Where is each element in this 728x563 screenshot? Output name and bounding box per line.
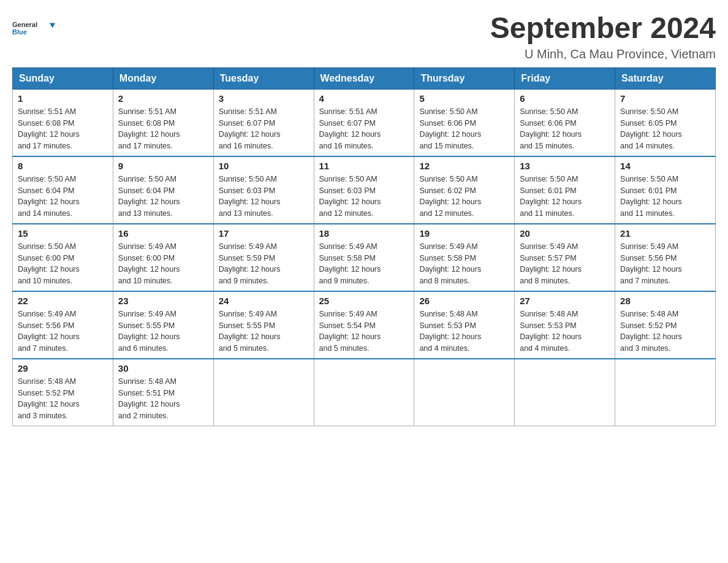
day-info: Sunrise: 5:49 AMSunset: 5:55 PMDaylight:… (219, 308, 309, 354)
header-row: Sunday Monday Tuesday Wednesday Thursday… (13, 67, 716, 89)
day-number: 26 (419, 296, 509, 306)
day-number: 24 (219, 296, 309, 306)
day-number: 19 (419, 228, 509, 239)
calendar-cell (213, 359, 314, 426)
calendar-cell: 9 Sunrise: 5:50 AMSunset: 6:04 PMDayligh… (113, 156, 213, 224)
calendar-cell: 21 Sunrise: 5:49 AMSunset: 5:56 PMDaylig… (615, 224, 716, 291)
calendar-cell (314, 359, 414, 426)
calendar-cell: 3 Sunrise: 5:51 AMSunset: 6:07 PMDayligh… (213, 89, 314, 156)
calendar-cell: 15 Sunrise: 5:50 AMSunset: 6:00 PMDaylig… (13, 224, 113, 291)
day-info: Sunrise: 5:49 AMSunset: 5:58 PMDaylight:… (319, 241, 409, 287)
day-number: 5 (419, 93, 509, 104)
calendar-cell: 22 Sunrise: 5:49 AMSunset: 5:56 PMDaylig… (13, 291, 113, 359)
day-number: 3 (219, 93, 309, 104)
day-info: Sunrise: 5:48 AMSunset: 5:51 PMDaylight:… (118, 376, 208, 422)
col-wednesday: Wednesday (314, 67, 414, 89)
day-number: 10 (219, 161, 309, 171)
day-info: Sunrise: 5:50 AMSunset: 6:04 PMDaylight:… (118, 174, 208, 220)
calendar-cell (615, 359, 716, 426)
col-sunday: Sunday (13, 67, 113, 89)
col-saturday: Saturday (615, 67, 716, 89)
day-number: 15 (18, 228, 108, 239)
svg-marker-1 (50, 23, 55, 28)
calendar-cell (515, 359, 615, 426)
calendar-cell: 5 Sunrise: 5:50 AMSunset: 6:06 PMDayligh… (414, 89, 515, 156)
day-info: Sunrise: 5:48 AMSunset: 5:53 PMDaylight:… (520, 308, 610, 354)
calendar-cell: 2 Sunrise: 5:51 AMSunset: 6:08 PMDayligh… (113, 89, 213, 156)
day-number: 22 (18, 296, 108, 306)
day-number: 16 (118, 228, 208, 239)
day-info: Sunrise: 5:49 AMSunset: 5:56 PMDaylight:… (620, 241, 710, 287)
day-info: Sunrise: 5:50 AMSunset: 6:06 PMDaylight:… (419, 106, 509, 152)
day-info: Sunrise: 5:50 AMSunset: 6:04 PMDaylight:… (18, 174, 108, 220)
calendar-cell: 8 Sunrise: 5:50 AMSunset: 6:04 PMDayligh… (13, 156, 113, 224)
day-number: 29 (18, 363, 108, 373)
calendar-week-1: 1 Sunrise: 5:51 AMSunset: 6:08 PMDayligh… (13, 89, 716, 156)
day-number: 25 (319, 296, 409, 306)
day-info: Sunrise: 5:49 AMSunset: 5:54 PMDaylight:… (319, 308, 409, 354)
svg-text:General: General (12, 21, 37, 28)
day-number: 14 (620, 161, 710, 171)
day-info: Sunrise: 5:51 AMSunset: 6:07 PMDaylight:… (319, 106, 409, 152)
day-number: 17 (219, 228, 309, 239)
day-info: Sunrise: 5:50 AMSunset: 6:05 PMDaylight:… (620, 106, 710, 152)
day-info: Sunrise: 5:49 AMSunset: 5:57 PMDaylight:… (520, 241, 610, 287)
calendar-cell: 24 Sunrise: 5:49 AMSunset: 5:55 PMDaylig… (213, 291, 314, 359)
day-info: Sunrise: 5:51 AMSunset: 6:08 PMDaylight:… (118, 106, 208, 152)
calendar-header: Sunday Monday Tuesday Wednesday Thursday… (13, 67, 716, 89)
day-number: 20 (520, 228, 610, 239)
calendar-cell: 25 Sunrise: 5:49 AMSunset: 5:54 PMDaylig… (314, 291, 414, 359)
calendar-cell (414, 359, 515, 426)
calendar-title: September 2024 (490, 12, 716, 45)
calendar-cell: 7 Sunrise: 5:50 AMSunset: 6:05 PMDayligh… (615, 89, 716, 156)
day-info: Sunrise: 5:49 AMSunset: 5:56 PMDaylight:… (18, 308, 108, 354)
day-number: 28 (620, 296, 710, 306)
day-number: 13 (520, 161, 610, 171)
calendar-week-4: 22 Sunrise: 5:49 AMSunset: 5:56 PMDaylig… (13, 291, 716, 359)
col-friday: Friday (515, 67, 615, 89)
day-number: 11 (319, 161, 409, 171)
day-info: Sunrise: 5:48 AMSunset: 5:52 PMDaylight:… (18, 376, 108, 422)
calendar-cell: 6 Sunrise: 5:50 AMSunset: 6:06 PMDayligh… (515, 89, 615, 156)
calendar-cell: 11 Sunrise: 5:50 AMSunset: 6:03 PMDaylig… (314, 156, 414, 224)
day-info: Sunrise: 5:48 AMSunset: 5:53 PMDaylight:… (419, 308, 509, 354)
calendar-body: 1 Sunrise: 5:51 AMSunset: 6:08 PMDayligh… (13, 89, 716, 426)
day-info: Sunrise: 5:51 AMSunset: 6:07 PMDaylight:… (219, 106, 309, 152)
day-number: 2 (118, 93, 208, 104)
day-info: Sunrise: 5:51 AMSunset: 6:08 PMDaylight:… (18, 106, 108, 152)
day-number: 9 (118, 161, 208, 171)
day-number: 6 (520, 93, 610, 104)
day-info: Sunrise: 5:49 AMSunset: 5:58 PMDaylight:… (419, 241, 509, 287)
calendar-week-5: 29 Sunrise: 5:48 AMSunset: 5:52 PMDaylig… (13, 359, 716, 426)
calendar-table: Sunday Monday Tuesday Wednesday Thursday… (12, 67, 716, 426)
calendar-cell: 30 Sunrise: 5:48 AMSunset: 5:51 PMDaylig… (113, 359, 213, 426)
col-thursday: Thursday (414, 67, 515, 89)
calendar-cell: 12 Sunrise: 5:50 AMSunset: 6:02 PMDaylig… (414, 156, 515, 224)
calendar-cell: 27 Sunrise: 5:48 AMSunset: 5:53 PMDaylig… (515, 291, 615, 359)
calendar-week-3: 15 Sunrise: 5:50 AMSunset: 6:00 PMDaylig… (13, 224, 716, 291)
calendar-subtitle: U Minh, Ca Mau Province, Vietnam (490, 47, 716, 61)
day-info: Sunrise: 5:49 AMSunset: 5:59 PMDaylight:… (219, 241, 309, 287)
day-number: 21 (620, 228, 710, 239)
calendar-cell: 16 Sunrise: 5:49 AMSunset: 6:00 PMDaylig… (113, 224, 213, 291)
day-number: 12 (419, 161, 509, 171)
day-number: 30 (118, 363, 208, 373)
calendar-cell: 13 Sunrise: 5:50 AMSunset: 6:01 PMDaylig… (515, 156, 615, 224)
calendar-cell: 28 Sunrise: 5:48 AMSunset: 5:52 PMDaylig… (615, 291, 716, 359)
calendar-cell: 18 Sunrise: 5:49 AMSunset: 5:58 PMDaylig… (314, 224, 414, 291)
day-info: Sunrise: 5:50 AMSunset: 6:03 PMDaylight:… (319, 174, 409, 220)
day-info: Sunrise: 5:50 AMSunset: 6:00 PMDaylight:… (18, 241, 108, 287)
calendar-cell: 20 Sunrise: 5:49 AMSunset: 5:57 PMDaylig… (515, 224, 615, 291)
day-number: 23 (118, 296, 208, 306)
day-number: 7 (620, 93, 710, 104)
day-number: 18 (319, 228, 409, 239)
calendar-cell: 14 Sunrise: 5:50 AMSunset: 6:01 PMDaylig… (615, 156, 716, 224)
day-number: 8 (18, 161, 108, 171)
calendar-cell: 26 Sunrise: 5:48 AMSunset: 5:53 PMDaylig… (414, 291, 515, 359)
calendar-cell: 10 Sunrise: 5:50 AMSunset: 6:03 PMDaylig… (213, 156, 314, 224)
day-info: Sunrise: 5:48 AMSunset: 5:52 PMDaylight:… (620, 308, 710, 354)
day-info: Sunrise: 5:49 AMSunset: 6:00 PMDaylight:… (118, 241, 208, 287)
col-tuesday: Tuesday (213, 67, 314, 89)
col-monday: Monday (113, 67, 213, 89)
day-info: Sunrise: 5:50 AMSunset: 6:01 PMDaylight:… (620, 174, 710, 220)
